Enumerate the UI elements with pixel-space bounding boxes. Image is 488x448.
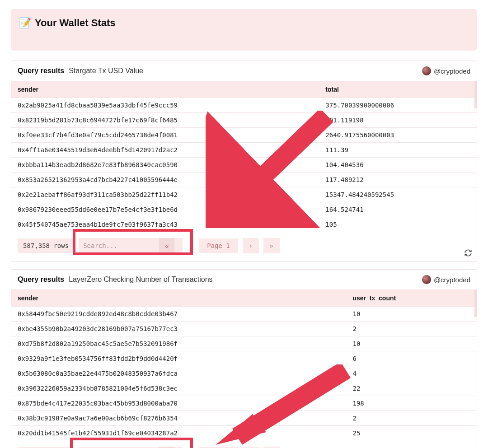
chevron-right-icon: › xyxy=(249,242,252,249)
search-prev-button[interactable] xyxy=(174,238,183,253)
page-title: 📝 Your Wallet Stats xyxy=(19,17,469,29)
query-panel-layerzero: Query results LayerZero Checking Number … xyxy=(11,269,477,448)
search-input[interactable] xyxy=(79,238,159,253)
table-row: 0x2e21aebaff86af93df311ca503bb25d22ff11b… xyxy=(11,187,477,202)
cell-txcount: 2 xyxy=(352,325,470,332)
col-txcount: user_tx_count xyxy=(352,294,470,302)
results-table: sender total 0x2ab9025a41fd8cbaa5839e5aa… xyxy=(11,81,477,232)
avatar xyxy=(422,275,431,284)
author-link[interactable]: @cryptoded xyxy=(422,275,470,284)
cell-txcount: 10 xyxy=(352,340,470,347)
query-panel-stargate: Query results Stargate Tx USD Value @cry… xyxy=(11,61,477,262)
cell-sender: 0xd75b8f2d802a19250bac45c5ae5e7b53209198… xyxy=(18,340,352,347)
table-row: 0x5b63080c0a35bae22e4475b02048350937a6fd… xyxy=(11,366,477,381)
table-row: 0x98679230eeed55dd6e0ee17b7e5e4cf3e3f1be… xyxy=(11,202,477,217)
cell-sender: 0x82319b5d281b73c8c6944727bfe17c69f8cf64… xyxy=(18,117,325,124)
cell-total: 104.404536 xyxy=(325,161,470,168)
cell-total: 164.524741 xyxy=(325,206,470,213)
table-row: 0xbbba114b3eadb2d8682e7e83fb8968340cac05… xyxy=(11,157,477,172)
query-name: LayerZero Checking Number of Transaction… xyxy=(69,275,212,284)
query-results-label: Query results xyxy=(18,67,64,75)
cell-txcount: 10 xyxy=(352,310,470,317)
search-box: « xyxy=(79,238,183,253)
author-link[interactable]: @cryptoded xyxy=(422,66,470,75)
cell-sender: 0x5b63080c0a35bae22e4475b02048350937a6fd… xyxy=(18,370,352,377)
avatar xyxy=(422,66,431,75)
cell-txcount: 25 xyxy=(352,429,470,437)
table-row: 0xd75b8f2d802a19250bac45c5ae5e7b53209198… xyxy=(11,336,477,351)
next-page-button[interactable]: › xyxy=(243,238,259,253)
cell-txcount: 2 xyxy=(352,415,470,422)
cell-sender: 0x4ff1a6e03445519d3e64deebbf5d1420917d2a… xyxy=(18,146,325,154)
cell-total: 105 xyxy=(325,221,470,228)
refresh-icon[interactable] xyxy=(464,249,472,257)
table-row: 0x45f540745ae753eaa4b1de9fc7e03f9637fa3c… xyxy=(11,217,477,232)
page-chip[interactable]: Page 1 xyxy=(199,238,238,253)
cell-sender: 0x45f540745ae753eaa4b1de9fc7e03f9637fa3c… xyxy=(18,221,325,228)
cell-sender: 0x39632226059a2334bb8785821004e5f6d538c3… xyxy=(18,385,352,392)
cell-total: 2640.9175560000003 xyxy=(325,131,470,139)
cell-total: 301.119198 xyxy=(325,117,470,124)
chevrons-left-icon: « xyxy=(165,242,169,250)
panel-header: Query results Stargate Tx USD Value @cry… xyxy=(11,61,477,81)
cell-txcount: 4 xyxy=(352,370,470,377)
col-total: total xyxy=(325,86,470,93)
col-sender: sender xyxy=(18,294,352,302)
table-row: 0x9329a9f1e3feb0534756ff83fdd2bf9dd0d442… xyxy=(11,351,477,366)
header-card: 📝 Your Wallet Stats xyxy=(11,9,477,51)
query-name: Stargate Tx USD Value xyxy=(69,67,143,75)
table-row: 0x38b3c91987e0a9ac7a6e00acb6b69cf8276b63… xyxy=(11,411,477,425)
cell-txcount: 22 xyxy=(352,385,470,392)
scrollbar[interactable] xyxy=(474,290,477,440)
last-page-button[interactable]: » xyxy=(263,238,280,253)
cell-sender: 0x58449fbc50e9219cdde892ed48c8b0cdde03b4… xyxy=(18,310,352,317)
table-row: 0x853a26521362953a4cd7bcb4227c4100559644… xyxy=(11,172,477,187)
search-first-button[interactable]: « xyxy=(159,238,174,253)
table-row: 0xf0ee33cf7b4fd3e0af79c5cdd2465738de4f00… xyxy=(11,127,477,142)
cell-sender: 0x20dd1b41545fe1b42f55931d1f69ce04034287… xyxy=(18,429,352,437)
cell-sender: 0x2ab9025a41fd8cbaa5839e5aa33dbf45fe9ccc… xyxy=(18,102,325,109)
author-handle: @cryptoded xyxy=(434,67,470,75)
cell-total: 375.70039900000006 xyxy=(325,102,470,109)
query-results-label: Query results xyxy=(18,275,64,284)
panel-footer: 870,388 rows « Page 1 › » xyxy=(11,440,477,448)
col-sender: sender xyxy=(18,86,325,93)
cell-sender: 0xbe4355b90b2a49203dc28169b007a75167b77e… xyxy=(18,325,352,332)
table-row: 0x875bde4c417e22035c03bac45bb953d8000aba… xyxy=(11,396,477,411)
chevrons-right-icon: » xyxy=(270,242,273,249)
cell-total: 117.489212 xyxy=(325,176,470,183)
table-row: 0x2ab9025a41fd8cbaa5839e5aa33dbf45fe9ccc… xyxy=(11,98,477,112)
results-table: sender user_tx_count 0x58449fbc50e9219cd… xyxy=(11,290,477,440)
cell-sender: 0xf0ee33cf7b4fd3e0af79c5cdd2465738de4f00… xyxy=(18,131,325,139)
cell-total: 15347.484240592545 xyxy=(325,191,470,198)
table-row: 0x82319b5d281b73c8c6944727bfe17c69f8cf64… xyxy=(11,112,477,127)
cell-sender: 0xbbba114b3eadb2d8682e7e83fb8968340cac05… xyxy=(18,161,325,168)
title-text: Your Wallet Stats xyxy=(35,17,115,29)
cell-sender: 0x853a26521362953a4cd7bcb4227c4100559644… xyxy=(18,176,325,183)
scrollbar[interactable] xyxy=(474,81,477,232)
author-handle: @cryptoded xyxy=(434,276,470,284)
cell-txcount: 6 xyxy=(352,355,470,362)
panel-footer: 587,358 rows « Page 1 › » xyxy=(11,232,477,261)
memo-icon: 📝 xyxy=(19,17,31,29)
table-row: 0xbe4355b90b2a49203dc28169b007a75167b77e… xyxy=(11,321,477,336)
cell-sender: 0x875bde4c417e22035c03bac45bb953d8000aba… xyxy=(18,400,352,407)
table-row: 0x39632226059a2334bb8785821004e5f6d538c3… xyxy=(11,381,477,396)
table-row: 0x4ff1a6e03445519d3e64deebbf5d1420917d2a… xyxy=(11,142,477,157)
cell-sender: 0x9329a9f1e3feb0534756ff83fdd2bf9dd0d442… xyxy=(18,355,352,362)
cell-sender: 0x2e21aebaff86af93df311ca503bb25d22ff11b… xyxy=(18,191,325,198)
row-count: 587,358 rows xyxy=(18,238,74,253)
table-row: 0x20dd1b41545fe1b42f55931d1f69ce04034287… xyxy=(11,425,477,440)
cell-total: 111.39 xyxy=(325,146,470,154)
panel-header: Query results LayerZero Checking Number … xyxy=(11,270,477,290)
cell-sender: 0x38b3c91987e0a9ac7a6e00acb6b69cf8276b63… xyxy=(18,415,352,422)
table-row: 0x58449fbc50e9219cdde892ed48c8b0cdde03b4… xyxy=(11,306,477,321)
cell-sender: 0x98679230eeed55dd6e0ee17b7e5e4cf3e3f1be… xyxy=(18,206,325,213)
cell-txcount: 198 xyxy=(352,400,470,407)
